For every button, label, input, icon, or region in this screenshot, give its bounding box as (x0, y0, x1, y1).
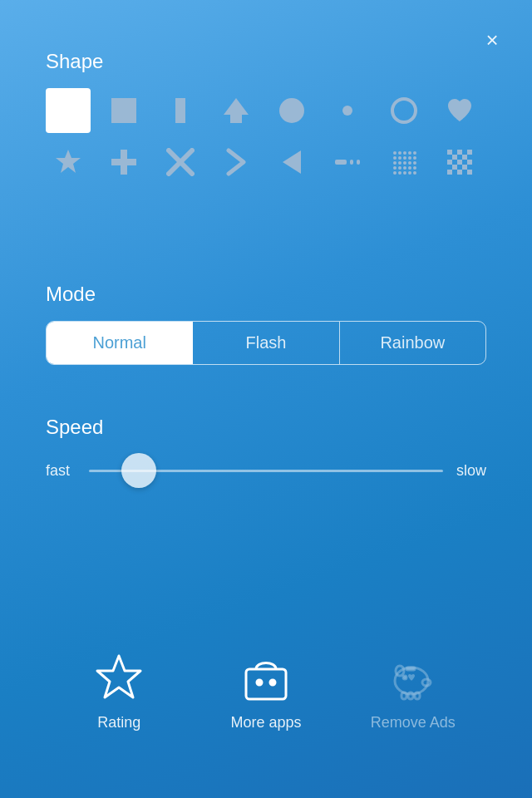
svg-point-33 (408, 166, 411, 170)
shape-white-square[interactable] (46, 88, 91, 133)
svg-point-27 (403, 161, 406, 165)
svg-rect-13 (350, 160, 353, 165)
shape-heart[interactable] (437, 88, 482, 133)
svg-marker-6 (56, 150, 81, 173)
svg-rect-49 (462, 165, 467, 170)
svg-marker-11 (283, 150, 301, 174)
speed-fast-label: fast (46, 462, 76, 480)
svg-point-15 (393, 151, 397, 155)
svg-point-24 (413, 156, 416, 160)
svg-point-56 (270, 680, 275, 685)
svg-point-16 (398, 151, 401, 155)
remove-ads-label: Remove Ads (371, 714, 456, 732)
mode-tab-normal[interactable]: Normal (47, 322, 193, 364)
svg-rect-47 (467, 160, 472, 165)
svg-marker-2 (224, 98, 249, 123)
svg-point-61 (422, 679, 431, 686)
svg-point-38 (408, 171, 411, 175)
shape-star[interactable] (46, 140, 91, 185)
shape-dots-grid-2[interactable] (437, 140, 482, 185)
svg-point-17 (403, 151, 406, 155)
shape-arrow-up[interactable] (214, 88, 259, 133)
shapes-grid (46, 88, 486, 185)
speed-section: Speed fast slow (46, 416, 486, 485)
bottom-icons: Rating More apps (46, 651, 486, 732)
mode-label: Mode (46, 283, 486, 306)
mode-tabs: Normal Flash Rainbow (46, 321, 486, 365)
svg-point-4 (342, 106, 352, 116)
shape-square[interactable] (101, 88, 146, 133)
shape-rectangle-tall[interactable] (158, 88, 203, 133)
shape-dash-dot[interactable] (325, 140, 370, 185)
mode-tab-flash[interactable]: Flash (193, 322, 339, 364)
svg-point-3 (279, 98, 304, 123)
rating-icon (92, 651, 145, 704)
svg-point-21 (398, 156, 401, 160)
svg-rect-40 (447, 150, 452, 155)
svg-point-39 (413, 171, 416, 175)
svg-point-60 (403, 676, 406, 679)
rating-label: Rating (97, 714, 140, 732)
svg-point-28 (408, 161, 411, 165)
svg-rect-8 (111, 159, 136, 165)
shape-dot[interactable] (325, 88, 370, 133)
svg-rect-44 (462, 155, 467, 160)
shape-ring[interactable] (382, 88, 426, 133)
svg-point-35 (393, 171, 397, 175)
more-apps-button[interactable]: More apps (193, 651, 340, 732)
svg-rect-51 (457, 170, 462, 175)
speed-label: Speed (46, 416, 486, 439)
shape-chevron-right[interactable] (214, 140, 259, 185)
svg-point-22 (403, 156, 406, 160)
shape-cross[interactable] (158, 140, 203, 185)
svg-rect-52 (467, 170, 472, 175)
svg-rect-45 (447, 160, 452, 165)
shape-label: Shape (46, 50, 486, 73)
svg-rect-62 (401, 692, 406, 699)
svg-rect-50 (447, 170, 452, 175)
svg-point-55 (257, 680, 262, 685)
svg-rect-64 (415, 692, 420, 699)
svg-rect-12 (335, 160, 347, 165)
svg-point-26 (398, 161, 401, 165)
svg-point-23 (408, 156, 411, 160)
svg-rect-43 (452, 155, 457, 160)
svg-point-34 (413, 166, 416, 170)
shape-plus[interactable] (101, 140, 146, 185)
svg-rect-59 (406, 667, 415, 670)
shape-section: Shape (46, 50, 486, 185)
remove-ads-button[interactable]: Remove Ads (339, 651, 486, 732)
more-apps-label: More apps (230, 714, 301, 732)
remove-ads-icon (387, 651, 440, 704)
rating-button[interactable]: Rating (46, 651, 193, 732)
svg-point-18 (408, 151, 411, 155)
svg-point-32 (403, 166, 406, 170)
speed-slider[interactable] (89, 456, 443, 485)
shape-arrow-left[interactable] (269, 140, 314, 185)
shape-dots-grid-1[interactable] (382, 140, 426, 185)
svg-rect-46 (457, 160, 462, 165)
svg-point-20 (393, 156, 397, 160)
svg-point-29 (413, 161, 416, 165)
more-apps-icon (239, 651, 293, 704)
svg-rect-63 (408, 692, 413, 699)
svg-point-37 (403, 171, 406, 175)
speed-slow-label: slow (456, 462, 486, 480)
speed-thumb[interactable] (121, 453, 156, 488)
speed-control: fast slow (46, 456, 486, 485)
svg-rect-14 (357, 160, 360, 165)
svg-point-19 (413, 151, 416, 155)
svg-point-25 (393, 161, 397, 165)
svg-rect-54 (246, 669, 286, 699)
svg-rect-42 (467, 150, 472, 155)
shape-circle[interactable] (269, 88, 314, 133)
mode-tab-rainbow[interactable]: Rainbow (340, 322, 485, 364)
svg-marker-53 (97, 656, 140, 697)
mode-section: Mode Normal Flash Rainbow (46, 283, 486, 365)
svg-rect-1 (175, 98, 185, 123)
svg-point-31 (398, 166, 401, 170)
svg-rect-41 (457, 150, 462, 155)
speed-track (89, 470, 443, 472)
svg-rect-48 (452, 165, 457, 170)
svg-rect-0 (111, 98, 136, 123)
